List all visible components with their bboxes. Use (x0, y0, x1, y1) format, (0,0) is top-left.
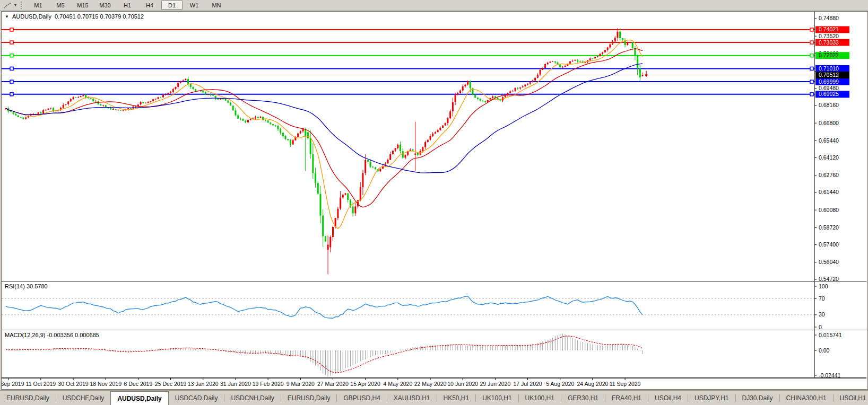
rsi-axis-label: 30 (819, 311, 825, 318)
svg-text:0.60080: 0.60080 (819, 207, 839, 213)
toolbar-grip[interactable] (21, 2, 24, 9)
macd-histogram (6, 333, 643, 376)
chart-menu-triangle-icon[interactable]: ▼ (5, 14, 9, 19)
chart-tab-usoil-h1[interactable]: USOil,H1 (834, 391, 868, 405)
macd-pane[interactable]: 0.0157410.00-0.02441MACD(12,26,9) -0.003… (2, 330, 866, 378)
timeframe-button-h4[interactable]: H4 (139, 1, 160, 10)
chart-title: ▼ AUDUSD,Daily 0.70451 0.70715 0.70379 0… (5, 13, 144, 20)
date-axis-label: 4 May 2020 (383, 381, 412, 387)
chart-tab-eurusd-daily[interactable]: EURUSD,Daily (281, 391, 337, 405)
mt4-window: ▾ M1M5M15M30H1H4D1W1MN ▼ AUDUSD,Daily 0.… (0, 0, 868, 405)
top-toolbar: ▾ M1M5M15M30H1H4D1W1MN (0, 0, 868, 11)
svg-text:0.68160: 0.68160 (819, 102, 839, 108)
main-price-pane[interactable]: 0.748800.735200.721600.708000.694800.681… (2, 12, 866, 281)
date-axis-label: 6 Dec 2019 (124, 381, 153, 387)
date-axis-label: 18 Nov 2019 (90, 381, 121, 387)
rsi-axis-label: 0 (819, 324, 822, 330)
date-axis-label: 5 Aug 2020 (546, 381, 574, 387)
svg-text:0.69025: 0.69025 (819, 91, 839, 97)
svg-text:0.72022: 0.72022 (819, 52, 839, 58)
date-axis-label: 24 Aug 2020 (577, 381, 608, 387)
date-axis-label: 31 Jan 2020 (220, 381, 251, 387)
date-axis-label: 30 Oct 2019 (58, 381, 88, 387)
date-axis-label: 11 Oct 2019 (26, 381, 56, 387)
chart-tab-uk100-h1[interactable]: UK100,H1 (476, 391, 518, 405)
timeframe-button-mn[interactable]: MN (206, 1, 227, 10)
chart-ohlc-readout: 0.70451 0.70715 0.70379 0.70512 (55, 13, 144, 20)
timeframe-button-h1[interactable]: H1 (117, 1, 138, 10)
timeframe-button-group: M1M5M15M30H1H4D1W1MN (27, 1, 228, 10)
macd-axis-label: 0.015741 (819, 332, 842, 338)
date-axis-label: 25 Dec 2019 (155, 381, 187, 387)
chart-tab-usoil-h4[interactable]: USOil,H4 (648, 391, 688, 405)
svg-text:0.62760: 0.62760 (819, 172, 839, 178)
svg-text:0.73033: 0.73033 (819, 39, 839, 46)
date-axis-label: 19 Feb 2020 (253, 381, 284, 387)
chart-tab-ger30-h1[interactable]: GER30,H1 (561, 391, 605, 405)
chart-tab-bar: EURUSD,DailyUSDCHF,DailyAUDUSD,DailyUSDC… (0, 390, 868, 405)
chart-tab-usdcad-daily[interactable]: USDCAD,Daily (169, 391, 224, 405)
date-axis-label: 10 Jun 2020 (447, 381, 478, 387)
svg-text:0.58720: 0.58720 (819, 224, 839, 231)
chart-window: ▼ AUDUSD,Daily 0.70451 0.70715 0.70379 0… (1, 11, 868, 390)
date-axis-label: 15 Apr 2020 (350, 381, 380, 387)
chart-tab-usdcnh-daily[interactable]: USDCNH,Daily (224, 391, 280, 405)
macd-signal-line (6, 336, 643, 373)
date-axis-label: 23 Sep 2019 (2, 381, 24, 387)
svg-text:0.74880: 0.74880 (819, 15, 839, 21)
svg-text:0.73520: 0.73520 (819, 33, 839, 39)
svg-text:0.64120: 0.64120 (819, 154, 839, 161)
date-axis-label: 11 Sep 2020 (610, 381, 641, 387)
date-axis[interactable]: 23 Sep 201911 Oct 201930 Oct 201918 Nov … (2, 378, 866, 388)
date-axis-label: 17 Jul 2020 (513, 381, 542, 387)
svg-text:0.54720: 0.54720 (819, 276, 839, 281)
chart-symbol-label: AUDUSD,Daily (12, 13, 51, 20)
date-axis-label: 22 May 2020 (414, 381, 447, 387)
chart-tab-gbpusd-h4[interactable]: GBPUSD,H4 (337, 391, 386, 405)
chart-tab-eurusd-daily[interactable]: EURUSD,Daily (0, 391, 56, 405)
svg-text:0.65440: 0.65440 (819, 137, 839, 144)
svg-text:0.57400: 0.57400 (819, 241, 839, 248)
timeframe-button-m1[interactable]: M1 (28, 1, 49, 10)
svg-text:0.69999: 0.69999 (819, 78, 839, 85)
svg-text:0.71010: 0.71010 (819, 65, 839, 72)
chart-tab-xauusd-h1[interactable]: XAUUSD,H1 (387, 391, 437, 405)
timeframe-button-w1[interactable]: W1 (184, 1, 205, 10)
date-axis-label: 29 Jun 2020 (480, 381, 510, 387)
chart-tab-fra40-h1[interactable]: FRA40,H1 (605, 391, 648, 405)
timeframe-button-m5[interactable]: M5 (50, 1, 71, 10)
candles-layer (5, 28, 644, 274)
chart-tab-uk100-h1[interactable]: UK100,H1 (519, 391, 561, 405)
date-axis-label: 27 Mar 2020 (317, 381, 349, 387)
macd-axis-label: -0.02441 (819, 372, 841, 378)
ma-slow-line (6, 64, 643, 173)
svg-text:0.56040: 0.56040 (819, 259, 839, 265)
chart-tab-usdchf-daily[interactable]: USDCHF,Daily (56, 391, 111, 405)
svg-text:0.70512: 0.70512 (819, 72, 839, 78)
chart-tab-usdjpy-h1[interactable]: USDJPY,H1 (688, 391, 735, 405)
chart-tab-dj30-daily[interactable]: DJ30,Daily (736, 391, 779, 405)
timeframe-button-m30[interactable]: M30 (94, 1, 116, 10)
date-axis-label: 13 Jan 2020 (188, 381, 219, 387)
rsi-axis-label: 70 (819, 295, 825, 302)
svg-text:0.74021: 0.74021 (819, 26, 839, 32)
svg-text:0.66800: 0.66800 (819, 120, 839, 126)
chart-tabs: EURUSD,DailyUSDCHF,DailyAUDUSD,DailyUSDC… (0, 391, 868, 405)
line-studies-icon[interactable] (2, 1, 13, 9)
chart-tab-hk50-h1[interactable]: HK50,H1 (437, 391, 476, 405)
line-studies-dropdown-caret[interactable]: ▾ (13, 3, 18, 7)
horizontal-lines-layer[interactable] (2, 28, 814, 96)
macd-pane-label: MACD(12,26,9) -0.003356 0.000685 (5, 332, 99, 338)
macd-axis-label: 0.00 (819, 347, 830, 354)
rsi-pane-label: RSI(14) 30.5780 (5, 283, 48, 289)
rsi-pane[interactable]: 10070300RSI(14) 30.5780 (2, 281, 866, 330)
timeframe-button-m15[interactable]: M15 (72, 1, 93, 10)
timeframe-button-d1[interactable]: D1 (161, 1, 183, 10)
chart-tab-audusd-daily[interactable]: AUDUSD,Daily (110, 391, 168, 405)
svg-text:0.61440: 0.61440 (819, 189, 839, 195)
date-axis-label: 9 Mar 2020 (287, 381, 315, 387)
rsi-axis-label: 100 (819, 283, 828, 289)
chart-tab-china300-h1[interactable]: CHINA300,H1 (780, 391, 833, 405)
